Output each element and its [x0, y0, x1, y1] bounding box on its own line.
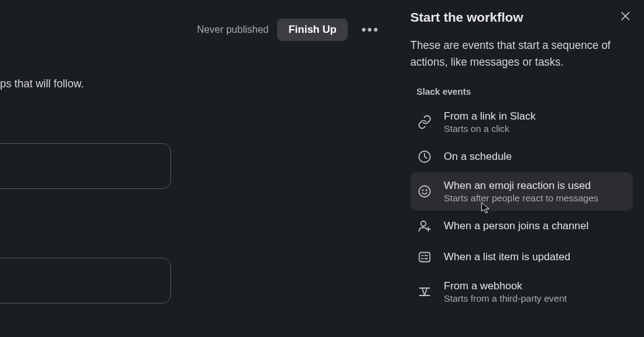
- trigger-person-joins[interactable]: When a person joins a channel: [410, 211, 633, 242]
- svg-point-4: [422, 190, 423, 191]
- trigger-list-item-updated[interactable]: When a list item is updated: [410, 242, 633, 273]
- trigger-emoji-reaction[interactable]: When an emoji reaction is used Starts af…: [410, 172, 633, 211]
- publish-status: Never published: [197, 24, 269, 35]
- clock-icon: [417, 149, 433, 165]
- trigger-title: When a person joins a channel: [444, 220, 588, 232]
- close-icon: [619, 10, 632, 22]
- panel-description: These are events that start a sequence o…: [410, 37, 629, 71]
- trigger-event-list: From a link in Slack Starts on a click O…: [410, 103, 633, 311]
- trigger-text: When a list item is updated: [444, 251, 570, 263]
- person-add-icon: [417, 218, 433, 234]
- webhook-icon: [417, 284, 433, 300]
- close-panel-button[interactable]: [618, 9, 633, 24]
- workflow-step-placeholder[interactable]: [0, 258, 171, 304]
- trigger-text: On a schedule: [444, 151, 512, 163]
- events-section-label: Slack events: [417, 87, 633, 97]
- panel-header: Start the workflow: [410, 10, 633, 25]
- trigger-subtitle: Starts from a third-party event: [444, 293, 567, 304]
- link-icon: [417, 114, 433, 130]
- trigger-from-webhook[interactable]: From a webhook Starts from a third-party…: [410, 273, 633, 311]
- trigger-title: From a webhook: [444, 280, 567, 292]
- svg-point-5: [426, 190, 426, 191]
- workflow-canvas: Never published Finish Up ••• ps that wi…: [0, 0, 397, 337]
- trigger-title: On a schedule: [444, 151, 512, 163]
- svg-rect-7: [420, 253, 430, 262]
- panel-title: Start the workflow: [410, 10, 523, 25]
- start-workflow-panel: Start the workflow These are events that…: [397, 0, 644, 337]
- trigger-from-link[interactable]: From a link in Slack Starts on a click: [410, 103, 633, 141]
- trigger-title: When a list item is updated: [444, 251, 570, 263]
- trigger-title: From a link in Slack: [444, 110, 536, 123]
- more-horizontal-icon: •••: [361, 22, 379, 37]
- trigger-subtitle: Starts on a click: [444, 123, 536, 134]
- workflow-step-placeholder[interactable]: [0, 143, 171, 189]
- list-item-icon: [417, 249, 433, 265]
- trigger-text: From a webhook Starts from a third-party…: [444, 280, 567, 304]
- canvas-text-fragment: ps that will follow.: [0, 77, 84, 90]
- top-actions: Never published Finish Up •••: [197, 19, 384, 41]
- trigger-subtitle: Starts after people react to messages: [444, 193, 598, 203]
- trigger-title: When an emoji reaction is used: [444, 180, 598, 192]
- emoji-icon: [417, 183, 433, 199]
- finish-up-button[interactable]: Finish Up: [277, 19, 347, 41]
- trigger-text: From a link in Slack Starts on a click: [444, 110, 536, 134]
- more-actions-button[interactable]: •••: [356, 19, 384, 40]
- trigger-on-schedule[interactable]: On a schedule: [410, 141, 633, 172]
- svg-point-6: [421, 221, 426, 226]
- trigger-text: When a person joins a channel: [444, 220, 588, 232]
- trigger-text: When an emoji reaction is used Starts af…: [444, 180, 598, 203]
- svg-point-3: [419, 186, 430, 197]
